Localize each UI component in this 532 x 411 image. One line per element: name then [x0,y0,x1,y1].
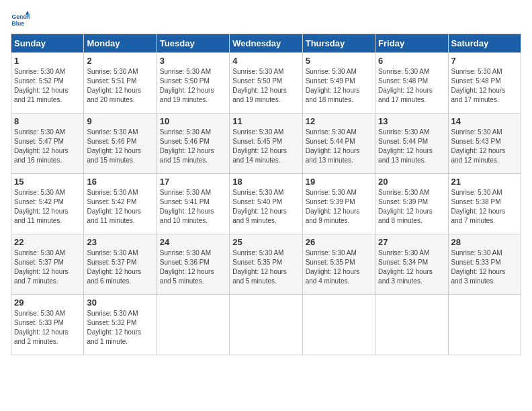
calendar-cell: 11Sunrise: 5:30 AMSunset: 5:45 PMDayligh… [230,113,302,174]
calendar-cell: 10Sunrise: 5:30 AMSunset: 5:46 PMDayligh… [157,113,229,174]
day-info: Sunrise: 5:30 AMSunset: 5:43 PMDaylight:… [451,128,506,164]
calendar-cell: 26Sunrise: 5:30 AMSunset: 5:35 PMDayligh… [302,234,375,295]
calendar-cell: 30Sunrise: 5:30 AMSunset: 5:32 PMDayligh… [84,295,157,355]
calendar-cell: 2Sunrise: 5:30 AMSunset: 5:51 PMDaylight… [84,53,157,113]
calendar-week-row: 29Sunrise: 5:30 AMSunset: 5:33 PMDayligh… [11,295,521,355]
day-info: Sunrise: 5:30 AMSunset: 5:39 PMDaylight:… [306,189,360,224]
weekday-header-cell: Sunday [11,34,84,53]
day-info: Sunrise: 5:30 AMSunset: 5:33 PMDaylight:… [451,249,506,285]
calendar-cell: 13Sunrise: 5:30 AMSunset: 5:44 PMDayligh… [375,113,448,174]
day-info: Sunrise: 5:30 AMSunset: 5:44 PMDaylight:… [378,128,433,164]
calendar-cell: 27Sunrise: 5:30 AMSunset: 5:34 PMDayligh… [375,234,448,295]
calendar-cell: 7Sunrise: 5:30 AMSunset: 5:48 PMDaylight… [448,53,521,113]
day-info: Sunrise: 5:30 AMSunset: 5:41 PMDaylight:… [160,189,214,224]
calendar-body: 1Sunrise: 5:30 AMSunset: 5:52 PMDaylight… [11,53,521,355]
day-info: Sunrise: 5:30 AMSunset: 5:46 PMDaylight:… [87,128,141,164]
day-number: 8 [14,116,81,126]
day-number: 28 [451,237,518,247]
day-number: 13 [378,116,445,126]
day-number: 18 [232,177,299,187]
day-info: Sunrise: 5:30 AMSunset: 5:51 PMDaylight:… [87,68,141,103]
calendar-cell: 22Sunrise: 5:30 AMSunset: 5:37 PMDayligh… [11,234,84,295]
calendar-cell: 23Sunrise: 5:30 AMSunset: 5:37 PMDayligh… [84,234,157,295]
day-number: 23 [87,237,153,247]
day-info: Sunrise: 5:30 AMSunset: 5:35 PMDaylight:… [232,249,287,285]
day-info: Sunrise: 5:30 AMSunset: 5:35 PMDaylight:… [306,249,360,285]
weekday-header-cell: Saturday [448,34,521,53]
day-number: 27 [378,237,445,247]
day-info: Sunrise: 5:30 AMSunset: 5:48 PMDaylight:… [378,68,433,103]
calendar-cell: 6Sunrise: 5:30 AMSunset: 5:48 PMDaylight… [375,53,448,113]
weekday-header-cell: Wednesday [230,34,302,53]
day-info: Sunrise: 5:30 AMSunset: 5:45 PMDaylight:… [232,128,287,164]
calendar-cell: 25Sunrise: 5:30 AMSunset: 5:35 PMDayligh… [230,234,302,295]
day-info: Sunrise: 5:30 AMSunset: 5:46 PMDaylight:… [160,128,214,164]
calendar-cell: 16Sunrise: 5:30 AMSunset: 5:42 PMDayligh… [84,174,157,234]
calendar-cell [302,295,375,355]
day-number: 12 [306,116,372,126]
day-info: Sunrise: 5:30 AMSunset: 5:50 PMDaylight:… [232,68,287,103]
day-number: 19 [306,177,372,187]
calendar-cell [375,295,448,355]
day-info: Sunrise: 5:30 AMSunset: 5:42 PMDaylight:… [87,189,141,224]
day-number: 26 [306,237,372,247]
calendar-cell: 15Sunrise: 5:30 AMSunset: 5:42 PMDayligh… [11,174,84,234]
logo-icon: General Blue [11,11,30,30]
day-number: 29 [14,298,81,308]
calendar-cell: 5Sunrise: 5:30 AMSunset: 5:49 PMDaylight… [302,53,375,113]
day-number: 24 [160,237,226,247]
calendar-cell [230,295,302,355]
day-info: Sunrise: 5:30 AMSunset: 5:34 PMDaylight:… [378,249,433,285]
day-info: Sunrise: 5:30 AMSunset: 5:47 PMDaylight:… [14,128,69,164]
day-number: 22 [14,237,81,247]
day-number: 20 [378,177,445,187]
calendar-cell: 28Sunrise: 5:30 AMSunset: 5:33 PMDayligh… [448,234,521,295]
weekday-header-row: SundayMondayTuesdayWednesdayThursdayFrid… [11,34,521,53]
calendar-cell: 8Sunrise: 5:30 AMSunset: 5:47 PMDaylight… [11,113,84,174]
day-info: Sunrise: 5:30 AMSunset: 5:39 PMDaylight:… [378,189,433,224]
calendar-cell: 14Sunrise: 5:30 AMSunset: 5:43 PMDayligh… [448,113,521,174]
calendar-week-row: 8Sunrise: 5:30 AMSunset: 5:47 PMDaylight… [11,113,521,174]
calendar-cell: 17Sunrise: 5:30 AMSunset: 5:41 PMDayligh… [157,174,229,234]
day-info: Sunrise: 5:30 AMSunset: 5:33 PMDaylight:… [14,310,69,345]
day-number: 10 [160,116,226,126]
calendar-cell: 20Sunrise: 5:30 AMSunset: 5:39 PMDayligh… [375,174,448,234]
calendar-week-row: 15Sunrise: 5:30 AMSunset: 5:42 PMDayligh… [11,174,521,234]
day-info: Sunrise: 5:30 AMSunset: 5:48 PMDaylight:… [451,68,506,103]
calendar-cell [448,295,521,355]
day-number: 2 [87,56,153,66]
calendar-cell [157,295,229,355]
day-number: 5 [306,56,372,66]
day-info: Sunrise: 5:30 AMSunset: 5:49 PMDaylight:… [306,68,360,103]
day-number: 9 [87,116,153,126]
calendar-table: SundayMondayTuesdayWednesdayThursdayFrid… [11,34,521,355]
calendar-cell: 12Sunrise: 5:30 AMSunset: 5:44 PMDayligh… [302,113,375,174]
day-number: 14 [451,116,518,126]
day-number: 25 [232,237,299,247]
day-number: 21 [451,177,518,187]
calendar-week-row: 1Sunrise: 5:30 AMSunset: 5:52 PMDaylight… [11,53,521,113]
calendar-cell: 9Sunrise: 5:30 AMSunset: 5:46 PMDaylight… [84,113,157,174]
calendar-cell: 24Sunrise: 5:30 AMSunset: 5:36 PMDayligh… [157,234,229,295]
day-info: Sunrise: 5:30 AMSunset: 5:50 PMDaylight:… [160,68,214,103]
svg-text:Blue: Blue [12,20,25,27]
day-info: Sunrise: 5:30 AMSunset: 5:42 PMDaylight:… [14,189,69,224]
weekday-header-cell: Thursday [302,34,375,53]
calendar-cell: 21Sunrise: 5:30 AMSunset: 5:38 PMDayligh… [448,174,521,234]
day-info: Sunrise: 5:30 AMSunset: 5:52 PMDaylight:… [14,68,69,103]
day-number: 16 [87,177,153,187]
calendar-cell: 19Sunrise: 5:30 AMSunset: 5:39 PMDayligh… [302,174,375,234]
calendar-week-row: 22Sunrise: 5:30 AMSunset: 5:37 PMDayligh… [11,234,521,295]
weekday-header-cell: Monday [84,34,157,53]
weekday-header-cell: Tuesday [157,34,229,53]
day-info: Sunrise: 5:30 AMSunset: 5:32 PMDaylight:… [87,310,141,345]
day-info: Sunrise: 5:30 AMSunset: 5:44 PMDaylight:… [306,128,360,164]
day-number: 3 [160,56,226,66]
day-number: 11 [232,116,299,126]
day-info: Sunrise: 5:30 AMSunset: 5:36 PMDaylight:… [160,249,214,285]
page-header: General Blue [11,11,521,30]
calendar-cell: 4Sunrise: 5:30 AMSunset: 5:50 PMDaylight… [230,53,302,113]
day-number: 15 [14,177,81,187]
calendar-cell: 29Sunrise: 5:30 AMSunset: 5:33 PMDayligh… [11,295,84,355]
day-number: 4 [232,56,299,66]
